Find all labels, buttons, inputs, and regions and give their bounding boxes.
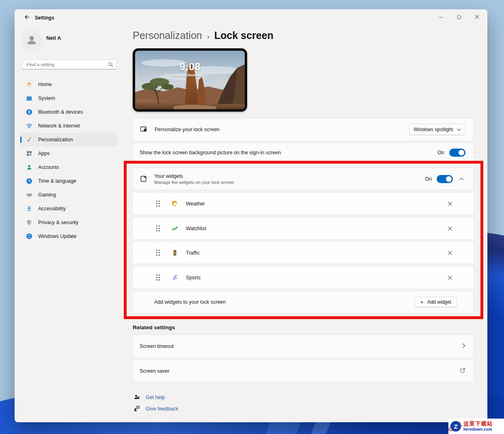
screen-timeout-label: Screen timeout	[140, 343, 174, 349]
watchlist-icon	[171, 225, 179, 232]
search-box[interactable]	[22, 60, 116, 69]
sidebar-item-label: Home	[38, 82, 52, 87]
close-button[interactable]	[468, 11, 486, 23]
maximize-button[interactable]	[450, 11, 468, 23]
remove-widget-button[interactable]	[446, 249, 454, 257]
give-feedback-label: Give feedback	[146, 406, 178, 412]
sidebar-item-label: Apps	[38, 151, 50, 156]
network-icon	[26, 123, 32, 129]
dropdown-value: Windows spotlight	[414, 127, 453, 132]
close-icon	[448, 226, 452, 231]
sidebar-item-bluetooth-devices[interactable]: Bluetooth & devices	[20, 105, 118, 119]
widget-row-watchlist: Watchlist	[133, 217, 474, 240]
sidebar-item-network-internet[interactable]: Network & internet	[20, 119, 118, 133]
sidebar-item-time-language[interactable]: Time & language	[20, 174, 118, 188]
chevron-up-icon	[459, 177, 464, 180]
widget-label: Weather	[186, 201, 205, 207]
update-icon	[26, 233, 32, 240]
apps-icon	[26, 150, 32, 157]
remove-widget-button[interactable]	[446, 274, 454, 282]
window-controls	[432, 11, 486, 23]
chevron-right-icon	[462, 343, 465, 350]
back-button[interactable]	[20, 13, 32, 23]
desktop: Settings Neil A	[0, 0, 504, 434]
watermark: Z 这里下载站 heredown.com	[448, 419, 504, 434]
sidebar-nav: Home System Bluetooth & devices Network …	[20, 78, 118, 243]
screen-timeout-row[interactable]: Screen timeout	[133, 335, 474, 358]
toggle-state-label: On	[437, 150, 444, 155]
weather-icon	[171, 200, 179, 207]
back-arrow-icon	[23, 14, 30, 22]
signin-background-row: Show the lock screen background picture …	[133, 143, 474, 163]
sidebar-item-accessibility[interactable]: Accessibility	[20, 202, 118, 216]
signin-background-toggle[interactable]	[449, 149, 465, 157]
sidebar-item-label: Gaming	[38, 192, 56, 198]
home-icon	[26, 81, 32, 88]
sidebar-item-home[interactable]: Home	[20, 78, 118, 91]
widget-row-weather: Weather	[133, 192, 474, 215]
external-link-icon	[460, 367, 465, 375]
watermark-logo-icon: Z	[450, 420, 462, 432]
traffic-icon	[171, 249, 179, 257]
give-feedback-link[interactable]: Give feedback	[134, 405, 178, 412]
drag-handle-icon[interactable]	[156, 249, 160, 256]
toggle-state-label: On	[425, 176, 432, 182]
widget-label: Traffic	[186, 250, 200, 256]
sidebar-item-apps[interactable]: Apps	[20, 147, 118, 160]
signin-background-label: Show the lock screen background picture …	[140, 150, 281, 155]
screen-saver-row[interactable]: Screen saver	[133, 359, 474, 382]
get-help-link[interactable]: ? Get help	[134, 394, 165, 401]
related-settings-heading: Related settings	[133, 324, 175, 330]
drag-handle-icon[interactable]	[156, 274, 160, 281]
sidebar-item-personalization[interactable]: Personalization	[20, 133, 118, 147]
minimize-icon	[439, 17, 443, 17]
remove-widget-button[interactable]	[446, 200, 454, 208]
search-input[interactable]	[22, 60, 116, 69]
preview-clock: 9:08	[135, 60, 245, 73]
close-icon	[475, 13, 479, 21]
page-title: Lock screen	[214, 30, 274, 41]
accessibility-icon	[26, 205, 32, 212]
sidebar-item-privacy-security[interactable]: Privacy & security	[20, 216, 118, 229]
close-icon	[448, 275, 452, 280]
sidebar-item-system[interactable]: System	[20, 91, 118, 105]
add-widget-button-label: Add widget	[427, 299, 451, 305]
gamepad-icon	[26, 192, 32, 198]
minimize-button[interactable]	[432, 11, 450, 23]
your-widgets-subtitle: Manage the widgets on your lock screen	[154, 180, 234, 185]
drag-handle-icon[interactable]	[156, 225, 160, 232]
add-widget-button[interactable]: + Add widget	[414, 297, 457, 307]
avatar[interactable]	[21, 29, 42, 50]
watermark-letter: Z	[450, 421, 461, 432]
widget-row-sports: Sports	[133, 266, 474, 289]
paintbrush-icon	[26, 136, 32, 143]
breadcrumb: Personalization › Lock screen	[133, 30, 274, 41]
sidebar-item-label: System	[38, 95, 55, 101]
plus-icon: +	[420, 299, 423, 305]
bluetooth-icon	[26, 109, 32, 115]
sidebar-item-windows-update[interactable]: Windows Update	[20, 229, 118, 243]
lock-screen-mode-dropdown[interactable]: Windows spotlight	[409, 124, 465, 135]
sidebar-item-accounts[interactable]: Accounts	[20, 160, 118, 174]
sidebar-item-label: Privacy & security	[38, 220, 78, 225]
your-widgets-toggle[interactable]	[437, 175, 453, 183]
collapse-section-button[interactable]	[458, 176, 465, 182]
sidebar-item-label: Windows Update	[38, 233, 77, 239]
remove-widget-button[interactable]	[446, 225, 454, 233]
shield-icon	[26, 219, 32, 226]
search-icon	[108, 62, 114, 69]
drag-handle-icon[interactable]	[156, 200, 160, 207]
breadcrumb-parent[interactable]: Personalization	[133, 30, 202, 41]
widgets-icon	[140, 175, 147, 183]
sports-icon	[171, 274, 179, 281]
breadcrumb-separator-icon: ›	[207, 32, 209, 41]
sidebar-item-label: Network & internet	[38, 123, 80, 129]
lock-screen-preview: 9:08 Tuesday, December 10	[133, 48, 247, 112]
clock-icon	[26, 178, 32, 184]
preview-date: Tuesday, December 10	[135, 73, 245, 77]
your-widgets-title: Your widgets	[154, 173, 234, 179]
maximize-icon	[457, 15, 461, 19]
help-icon: ?	[134, 394, 140, 401]
sidebar-item-gaming[interactable]: Gaming	[20, 188, 118, 202]
person-silhouette-icon	[26, 34, 38, 46]
